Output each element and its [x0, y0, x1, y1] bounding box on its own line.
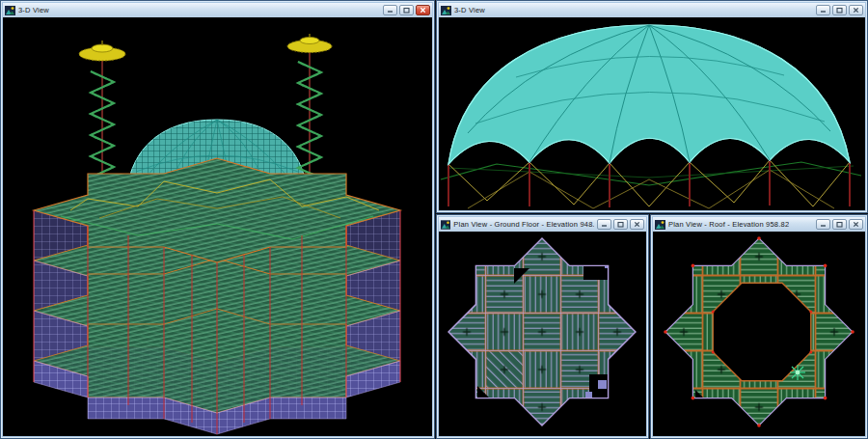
- close-button[interactable]: [630, 219, 644, 230]
- close-icon: [420, 7, 426, 14]
- close-button[interactable]: [849, 219, 863, 230]
- window-title: Plan View - Ground Floor - Elevation 948…: [453, 220, 594, 229]
- window-3d-dome: 3-D View: [436, 0, 868, 213]
- view-window-icon: [655, 220, 665, 230]
- restore-icon: [617, 221, 624, 228]
- minimize-icon: [820, 222, 827, 227]
- titlebar-plan-roof[interactable]: Plan View - Roof - Elevation 958.82: [653, 217, 865, 232]
- view-window-icon: [441, 6, 451, 15]
- roof-plan: [653, 232, 865, 436]
- window-title: 3-D View: [18, 6, 49, 14]
- minimize-button[interactable]: [816, 5, 830, 15]
- close-icon: [634, 221, 640, 228]
- restore-icon: [836, 7, 843, 14]
- window-title: Plan View - Roof - Elevation 958.82: [668, 220, 789, 229]
- restore-icon: [836, 221, 843, 228]
- mosque-3d-model: [3, 17, 432, 436]
- minimize-button[interactable]: [816, 219, 830, 230]
- minimize-icon: [601, 222, 608, 227]
- dome-3d-model: [439, 17, 865, 210]
- window-3d-main: 3-D View: [0, 0, 435, 439]
- mdi-workspace: 3-D View: [0, 0, 868, 439]
- view-window-icon: [5, 6, 15, 15]
- restore-button[interactable]: [832, 219, 847, 230]
- restore-icon: [403, 7, 410, 14]
- view-window-icon: [441, 220, 450, 230]
- minimize-button[interactable]: [597, 219, 611, 230]
- window-title: 3-D View: [454, 6, 485, 14]
- close-icon: [853, 221, 859, 228]
- viewport-plan-roof[interactable]: [653, 232, 865, 436]
- viewport-plan-ground[interactable]: [439, 232, 646, 436]
- close-button[interactable]: [849, 5, 863, 15]
- minimize-icon: [387, 8, 393, 13]
- restore-button[interactable]: [832, 5, 847, 15]
- titlebar-plan-ground[interactable]: Plan View - Ground Floor - Elevation 948…: [439, 217, 646, 232]
- viewport-3d-dome[interactable]: [439, 17, 865, 210]
- titlebar-3d-dome[interactable]: 3-D View: [439, 3, 865, 17]
- minimize-button[interactable]: [383, 5, 397, 15]
- window-plan-ground: Plan View - Ground Floor - Elevation 948…: [436, 214, 649, 439]
- restore-button[interactable]: [613, 219, 628, 230]
- viewport-3d-main[interactable]: [3, 17, 432, 436]
- restore-button[interactable]: [399, 5, 414, 15]
- selection-starburst-icon: [790, 365, 805, 380]
- minimize-icon: [820, 8, 827, 13]
- close-button[interactable]: [416, 5, 430, 15]
- close-icon: [853, 7, 859, 14]
- ground-floor-plan: [439, 232, 646, 436]
- window-plan-roof: Plan View - Roof - Elevation 958.82: [650, 214, 868, 439]
- titlebar-3d-main[interactable]: 3-D View: [3, 3, 432, 17]
